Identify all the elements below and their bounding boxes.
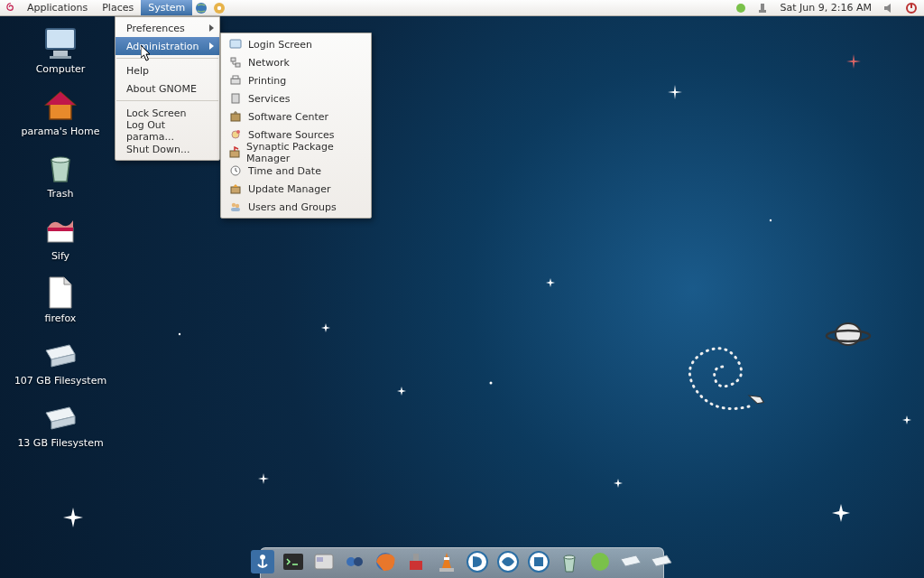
menu-preferences[interactable]: Preferences bbox=[116, 19, 219, 37]
svg-point-7 bbox=[217, 5, 221, 9]
admin-printing[interactable]: Printing bbox=[221, 71, 371, 89]
help-launcher-icon[interactable] bbox=[211, 0, 227, 16]
desktop-sify[interactable]: Sify bbox=[11, 212, 110, 262]
svg-rect-13 bbox=[230, 40, 241, 48]
desktop: Computer parama's Home Trash Sify firefo… bbox=[11, 25, 110, 461]
tray-presence-icon[interactable] bbox=[733, 0, 749, 16]
dock-anchor[interactable] bbox=[250, 549, 275, 574]
synaptic-icon bbox=[228, 145, 241, 160]
svg-rect-10 bbox=[759, 10, 766, 13]
menu-shut-down[interactable]: Shut Down... bbox=[116, 140, 219, 158]
svg-point-50 bbox=[591, 553, 609, 571]
admin-services[interactable]: Services bbox=[221, 89, 371, 107]
dock-terminal[interactable] bbox=[281, 549, 306, 574]
svg-rect-37 bbox=[317, 557, 323, 562]
dock-drive1[interactable] bbox=[618, 549, 643, 574]
desktop-fs-107[interactable]: 107 GB Filesystem bbox=[11, 337, 110, 387]
trash-icon bbox=[41, 150, 80, 186]
drive-icon bbox=[41, 399, 80, 435]
tray-volume-icon[interactable] bbox=[882, 0, 898, 16]
dock bbox=[250, 549, 674, 574]
network-icon bbox=[228, 55, 243, 70]
svg-rect-43 bbox=[444, 557, 449, 560]
desktop-computer[interactable]: Computer bbox=[11, 25, 110, 75]
dock-vlc[interactable] bbox=[434, 549, 459, 574]
cursor-icon bbox=[141, 45, 153, 63]
software-sources-icon bbox=[228, 127, 243, 142]
svg-rect-14 bbox=[231, 58, 236, 61]
top-panel: Applications Places System Sat Jun 9, 2:… bbox=[0, 0, 924, 16]
computer-icon bbox=[41, 25, 80, 61]
svg-point-49 bbox=[564, 555, 575, 559]
svg-rect-19 bbox=[231, 114, 240, 121]
menu-system[interactable]: System bbox=[141, 0, 192, 15]
desktop-home[interactable]: parama's Home bbox=[11, 88, 110, 137]
svg-point-8 bbox=[736, 4, 745, 13]
login-screen-icon bbox=[228, 37, 243, 51]
svg-rect-48 bbox=[534, 557, 543, 566]
admin-login-screen[interactable]: Login Screen bbox=[221, 35, 371, 53]
file-icon bbox=[41, 275, 80, 311]
desktop-firefox-file[interactable]: firefox bbox=[11, 275, 110, 324]
svg-rect-30 bbox=[50, 56, 71, 59]
dock-drive2[interactable] bbox=[649, 549, 674, 574]
admin-software-center[interactable]: Software Center bbox=[221, 107, 371, 126]
svg-point-2 bbox=[770, 219, 772, 221]
svg-rect-29 bbox=[53, 51, 68, 56]
debian-logo-icon bbox=[4, 1, 18, 15]
admin-network[interactable]: Network bbox=[221, 53, 371, 71]
svg-rect-24 bbox=[231, 187, 240, 193]
svg-rect-28 bbox=[46, 29, 75, 49]
dock-home[interactable] bbox=[587, 549, 613, 574]
svg-rect-16 bbox=[231, 79, 240, 84]
admin-update-manager[interactable]: Update Manager bbox=[221, 180, 371, 198]
admin-users-groups[interactable]: Users and Groups bbox=[221, 198, 371, 216]
tray-network-icon[interactable] bbox=[754, 0, 771, 16]
svg-point-39 bbox=[354, 557, 363, 566]
swirl-decoration bbox=[668, 325, 776, 424]
svg-point-31 bbox=[51, 157, 69, 163]
svg-rect-9 bbox=[761, 4, 764, 10]
desktop-fs-13[interactable]: 13 GB Filesystem bbox=[11, 399, 110, 449]
users-icon bbox=[228, 200, 243, 214]
home-icon bbox=[41, 88, 80, 124]
browser-launcher-icon[interactable] bbox=[193, 0, 209, 16]
svg-rect-42 bbox=[413, 554, 419, 561]
dock-transmission[interactable] bbox=[403, 549, 429, 574]
menu-help[interactable]: Help bbox=[116, 61, 219, 79]
menu-administration[interactable]: Administration bbox=[116, 37, 219, 55]
clock-icon bbox=[228, 163, 243, 178]
svg-point-1 bbox=[179, 333, 180, 335]
menu-log-out[interactable]: Log Out parama... bbox=[116, 122, 219, 140]
svg-rect-17 bbox=[233, 76, 238, 79]
dock-files[interactable] bbox=[311, 549, 337, 574]
clock[interactable]: Sat Jun 9, 2:16 AM bbox=[775, 2, 877, 14]
svg-rect-33 bbox=[48, 228, 73, 231]
dock-paint[interactable] bbox=[342, 549, 367, 574]
admin-time-date[interactable]: Time and Date bbox=[221, 162, 371, 180]
svg-point-21 bbox=[236, 130, 240, 134]
admin-synaptic[interactable]: Synaptic Package Manager bbox=[221, 144, 371, 162]
dock-trash[interactable] bbox=[557, 549, 582, 574]
desktop-trash[interactable]: Trash bbox=[11, 150, 110, 200]
menu-places[interactable]: Places bbox=[95, 0, 141, 15]
svg-rect-41 bbox=[410, 561, 422, 570]
administration-submenu: Login Screen Network Printing Services S… bbox=[220, 33, 372, 219]
dock-ooo-impress[interactable] bbox=[526, 549, 551, 574]
drive-icon bbox=[41, 337, 80, 373]
svg-point-0 bbox=[490, 382, 493, 385]
dock-firefox[interactable] bbox=[373, 549, 398, 574]
svg-rect-35 bbox=[283, 554, 303, 570]
svg-point-26 bbox=[236, 204, 239, 208]
services-icon bbox=[228, 91, 243, 106]
dock-ooo-calc[interactable] bbox=[495, 549, 521, 574]
printer-icon bbox=[228, 73, 243, 88]
update-icon bbox=[228, 182, 243, 196]
dock-ooo-writer[interactable] bbox=[465, 549, 490, 574]
tray-shutdown-icon[interactable] bbox=[903, 0, 919, 16]
sify-icon bbox=[41, 212, 80, 248]
menu-applications[interactable]: Applications bbox=[20, 0, 95, 15]
svg-rect-18 bbox=[232, 94, 239, 103]
menu-about-gnome[interactable]: About GNOME bbox=[116, 79, 219, 98]
planet-decoration bbox=[825, 316, 872, 352]
